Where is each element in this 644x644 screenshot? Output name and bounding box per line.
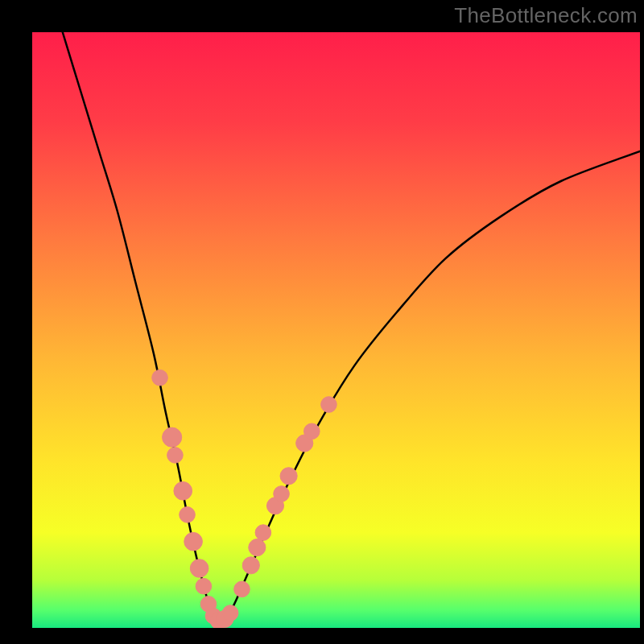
scatter-point xyxy=(249,539,266,556)
scatter-point xyxy=(222,605,238,621)
scatter-point xyxy=(255,525,271,541)
scatter-point xyxy=(174,481,192,500)
scatter-point xyxy=(180,507,196,523)
scatter-point xyxy=(152,369,168,386)
scatter-point xyxy=(184,532,203,551)
scatter-point xyxy=(321,397,337,413)
scatter-point xyxy=(303,423,320,440)
watermark-text: TheBottleneck.com xyxy=(454,3,638,28)
chart-frame: TheBottleneck.com xyxy=(0,0,644,644)
scatter-point xyxy=(163,427,182,447)
scatter-point xyxy=(190,559,208,578)
scatter-point xyxy=(167,448,184,464)
scatter-point xyxy=(242,557,259,574)
scatter-point xyxy=(280,468,297,485)
scatter-point xyxy=(234,581,250,597)
chart-svg xyxy=(32,32,640,628)
scatter-point xyxy=(196,578,212,594)
gradient-background xyxy=(32,32,640,628)
scatter-point xyxy=(274,486,290,502)
plot-area xyxy=(32,32,640,628)
